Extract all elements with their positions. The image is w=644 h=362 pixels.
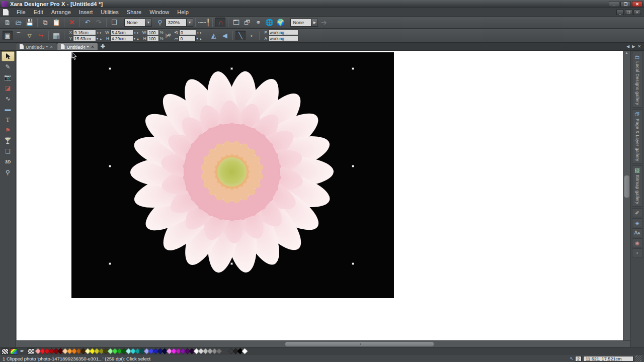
text-tool[interactable]: T [2,115,15,125]
bounds-mode-icon[interactable]: ▣ [3,31,13,40]
no-color-swatch[interactable] [2,348,9,354]
selection-handle-s[interactable] [230,262,233,265]
color-swatch[interactable] [216,348,222,354]
y-position-field[interactable] [73,36,96,41]
menu-edit[interactable]: Edit [30,9,47,16]
document-canvas[interactable] [16,51,623,340]
doc-minimize-button[interactable]: _ [616,10,624,15]
undo-icon[interactable]: ↶ [83,18,93,27]
scroll-up-icon[interactable]: ▲ [623,51,630,54]
transparency-tool[interactable]: 🍸 [2,136,15,146]
selection-handle-nw[interactable] [109,67,111,70]
width-scale-field[interactable] [147,30,159,35]
name-gallery-tab[interactable]: ⬫ [632,248,643,257]
x-position-field[interactable] [73,30,96,35]
color-picker-icon[interactable]: ✒ [19,348,26,354]
tab-close-icon[interactable]: ✕ [91,45,94,49]
rotate-angle-field[interactable] [179,30,196,35]
fill-tool[interactable]: ⚑ [2,125,15,135]
horizontal-scroll-thumb[interactable] [285,342,434,346]
y-stepper[interactable]: ▾ ▴ [97,37,102,40]
export-selector-dropdown[interactable]: None ▶ [290,19,318,27]
menu-arrange[interactable]: Arrange [47,9,75,16]
selection-handle-n[interactable] [230,67,233,70]
tab-close-icon[interactable]: ✕ [50,45,53,49]
feather-slider-icon[interactable]: ┄┄╿ [198,18,210,27]
export-preview-icon[interactable]: 🗔 [231,18,241,27]
fill-selector-dropdown[interactable]: None ▼ [124,19,152,27]
erase-tool[interactable]: ◪ [2,83,15,93]
fill-transform-icon[interactable]: 🜄 [25,31,35,40]
tab-untitled3[interactable]: Untitled3 * ✕ [16,43,57,50]
selection-handle-e[interactable] [352,165,354,167]
web-image-icon[interactable]: 🌍 [275,18,285,27]
fill-gallery-tab[interactable]: ◈ [632,218,643,227]
fonts-gallery-tab[interactable]: 🗛 [632,228,643,237]
selection-handle-se[interactable] [352,262,354,265]
doc-restore-button[interactable]: ❐ [625,10,632,15]
flip-vertical-icon[interactable]: ◀ [220,31,230,40]
menu-file[interactable]: File [13,9,30,16]
tab-bar-close-icon[interactable]: ✕ [637,44,641,49]
pattern-swatch[interactable] [27,348,34,354]
redo-icon[interactable]: ↷ [94,18,104,27]
hyperlink-icon[interactable]: ⚭ [253,18,263,27]
photo-tool[interactable]: 📷 [2,72,15,82]
w-stepper[interactable]: ◂ ▸ [134,31,139,34]
copy-icon[interactable]: ⧉ [40,18,50,27]
delete-icon[interactable]: ✕ [67,18,77,27]
height-field[interactable] [110,36,133,41]
tab-scroll-left-icon[interactable]: ◀ [626,44,629,49]
selection-handle-sw[interactable] [109,262,111,265]
rotate-mode-icon[interactable]: ⌒ [14,31,24,40]
color-gallery-tab[interactable]: ◉ [632,238,643,247]
x-stepper[interactable]: ◂ ▸ [97,31,102,34]
doc-close-button[interactable]: ✕ [633,10,641,15]
skew-stepper[interactable]: ▾ ▴ [196,37,202,40]
line-gallery-tab[interactable]: ✐ [632,208,643,217]
flip-horizontal-icon[interactable]: ◭ [209,31,219,40]
page-layer-gallery-tab[interactable]: 🗇 Page & Layer gallery [632,109,643,164]
color-swatch[interactable] [242,348,248,354]
tab-scroll-right-icon[interactable]: ▶ [632,44,635,49]
new-tab-button[interactable]: ✚ [98,43,107,50]
paste-icon[interactable]: 📋 [51,18,61,27]
open-folder-icon[interactable]: 🗁 [14,18,24,27]
resize-grip[interactable] [635,355,641,361]
menu-insert[interactable]: Insert [75,9,97,16]
minimize-button[interactable]: _ [609,1,619,7]
menu-window[interactable]: Window [145,9,173,16]
extrude-3d-tool[interactable]: 3D [2,157,15,167]
publish-arrow-icon[interactable]: ➔ [318,18,329,27]
color-editor-icon[interactable] [10,348,17,354]
redo-transform-icon[interactable]: ↪ [36,31,46,40]
h-stepper[interactable]: ▾ ▴ [134,37,139,40]
width-field[interactable] [110,30,133,35]
p-working-field[interactable] [268,30,298,35]
a-working-field[interactable] [268,36,298,41]
shadow-tool[interactable]: ❏ [2,146,15,156]
vertical-scrollbar[interactable]: ▲ [623,51,630,340]
export-pages-icon[interactable]: 🗗 [242,18,252,27]
rectangle-tool[interactable]: ▬ [2,104,15,114]
close-button[interactable]: ✕ [632,1,642,7]
snap-magnet-icon[interactable]: ∩ [215,18,225,27]
name-tag-icon[interactable]: ⬫ [247,31,257,40]
horizontal-scrollbar[interactable] [16,340,630,347]
anchor-grid-icon[interactable]: ▦ [51,31,61,40]
photo-enhance-tool[interactable]: ✎ [2,62,15,72]
menu-share[interactable]: Share [123,9,145,16]
skew-angle-field[interactable] [179,36,196,41]
rotate-stepper[interactable]: ◂ ▸ [197,31,202,34]
local-designs-gallery-tab[interactable]: 🗀 Local Designs gallery [632,52,643,108]
clipped-photo-object[interactable] [71,52,394,298]
selection-handle-w[interactable] [109,165,111,167]
bitmap-gallery-tab[interactable]: 🖽 Bitmap gallery [632,165,643,207]
maximize-button[interactable]: ❐ [620,1,631,7]
tab-untitled4[interactable]: Untitled4 * ✕ [57,43,99,50]
selection-handle-ne[interactable] [352,67,354,70]
selector-tool[interactable] [2,51,15,61]
transform-icon[interactable]: ❒ [109,18,119,27]
height-scale-field[interactable] [147,36,159,41]
zoom-tool-icon[interactable]: ⚲ [155,18,165,27]
